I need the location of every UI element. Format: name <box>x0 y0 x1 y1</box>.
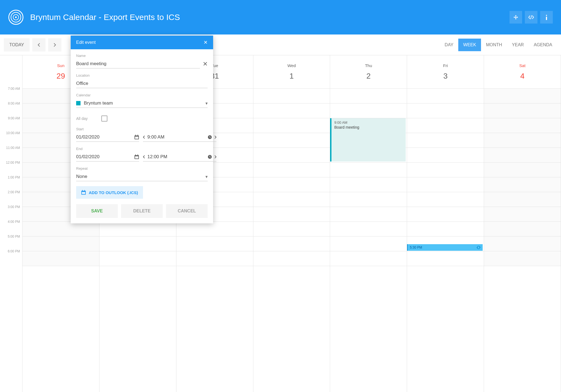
chevron-down-icon: ▾ <box>205 174 208 179</box>
time-label: 9:00 AM <box>0 116 22 131</box>
edit-event-popup: Edit event ✕ Name ✕ Location Calendar Br… <box>71 36 213 223</box>
page-title: Bryntum Calendar - Export Events to ICS <box>30 13 180 22</box>
time-next-button[interactable] <box>214 136 216 139</box>
day-number: 1 <box>290 72 294 80</box>
svg-rect-17 <box>82 192 85 194</box>
svg-rect-5 <box>546 17 547 20</box>
svg-rect-9 <box>138 135 138 136</box>
allday-label: All day <box>76 116 88 121</box>
repeat-select[interactable]: None ▾ <box>76 172 208 181</box>
event-name: Board meeting <box>334 125 403 129</box>
delete-button[interactable]: DELETE <box>121 204 163 218</box>
day-name: Sat <box>519 63 526 68</box>
view-week-button[interactable]: WEEK <box>458 39 481 51</box>
calendar-icon <box>81 190 86 195</box>
calendar-event[interactable]: 9:00 AMBoard meeting <box>330 118 406 162</box>
time-label: 3:00 PM <box>0 205 22 220</box>
chevron-down-icon: ▾ <box>205 101 208 106</box>
start-time-input[interactable] <box>147 134 205 140</box>
next-button[interactable] <box>48 38 61 51</box>
start-date-input[interactable] <box>76 134 134 140</box>
add-to-outlook-button[interactable]: ADD TO OUTLOOK (.ICS) <box>76 186 143 199</box>
chevron-right-icon <box>214 155 216 158</box>
time-label: 12:00 PM <box>0 161 22 175</box>
calendar-icon[interactable] <box>134 154 139 159</box>
view-day-button[interactable]: DAY <box>440 39 458 51</box>
calendar-event[interactable]: 5:30 PM <box>407 244 483 251</box>
event-time: 9:00 AM <box>334 120 403 125</box>
day-name: Sun <box>57 63 65 68</box>
day-column[interactable]: Fri35:30 PM <box>407 55 484 392</box>
svg-rect-13 <box>135 154 136 155</box>
day-number: 2 <box>367 72 371 80</box>
day-name: Wed <box>287 63 296 68</box>
name-input[interactable] <box>76 59 200 68</box>
time-label: 4:00 PM <box>0 220 22 235</box>
chevron-right-icon <box>214 136 216 139</box>
time-label: 8:00 AM <box>0 102 22 116</box>
location-label: Location <box>76 73 208 77</box>
time-label: 6:00 PM <box>0 249 22 264</box>
svg-rect-18 <box>82 190 83 191</box>
svg-rect-19 <box>84 190 85 191</box>
time-label: 5:00 PM <box>0 235 22 249</box>
code-icon <box>528 15 534 19</box>
end-time-input[interactable] <box>147 154 205 160</box>
recurrence-icon <box>477 246 480 249</box>
time-prev-button[interactable] <box>143 136 145 139</box>
svg-rect-14 <box>138 154 138 155</box>
app-header: Bryntum Calendar - Export Events to ICS <box>0 0 561 34</box>
day-number: 29 <box>56 72 65 80</box>
cancel-button[interactable]: CANCEL <box>166 204 208 218</box>
code-button[interactable] <box>525 11 537 24</box>
move-icon <box>513 15 519 20</box>
info-icon <box>545 15 548 20</box>
prev-button[interactable] <box>32 38 45 51</box>
close-button[interactable]: ✕ <box>204 39 208 45</box>
day-name: Thu <box>365 63 372 68</box>
day-number: 4 <box>520 72 525 80</box>
svg-rect-12 <box>135 156 138 158</box>
chevron-right-icon <box>53 43 56 47</box>
time-prev-button[interactable] <box>143 155 145 158</box>
fullscreen-button[interactable] <box>510 11 522 24</box>
repeat-value: None <box>76 174 205 179</box>
svg-rect-8 <box>135 135 136 136</box>
popup-title: Edit event <box>76 40 96 45</box>
end-label: End <box>76 147 208 151</box>
bryntum-logo-icon <box>8 10 24 25</box>
view-agenda-button[interactable]: AGENDA <box>529 39 557 51</box>
today-button[interactable]: TODAY <box>4 38 30 51</box>
start-label: Start <box>76 127 208 131</box>
event-time: 5:30 PM <box>410 246 422 249</box>
day-column[interactable]: Wed1 <box>253 55 330 392</box>
calendar-value: Bryntum team <box>84 100 205 106</box>
day-column[interactable]: Thu29:00 AMBoard meeting <box>330 55 407 392</box>
time-next-button[interactable] <box>214 155 216 158</box>
view-month-button[interactable]: MONTH <box>481 39 507 51</box>
svg-point-3 <box>15 16 17 18</box>
calendar-select[interactable]: Bryntum team ▾ <box>76 99 208 108</box>
save-button[interactable]: SAVE <box>76 204 118 218</box>
time-label: 10:00 AM <box>0 131 22 146</box>
time-label: 2:00 PM <box>0 190 22 205</box>
repeat-label: Repeat <box>76 166 208 171</box>
day-column[interactable]: Sat4 <box>484 55 561 392</box>
clear-name-button[interactable]: ✕ <box>200 60 208 68</box>
svg-point-4 <box>546 15 547 16</box>
chevron-left-icon <box>143 136 145 139</box>
time-label: 1:00 PM <box>0 175 22 190</box>
location-input[interactable] <box>76 79 208 88</box>
clock-icon[interactable] <box>208 135 212 139</box>
calendar-icon[interactable] <box>134 135 139 140</box>
day-number: 3 <box>443 72 448 80</box>
info-button[interactable] <box>540 11 553 24</box>
time-axis: 7:00 AM 8:00 AM 9:00 AM 10:00 AM 11:00 A… <box>0 55 22 392</box>
allday-checkbox[interactable] <box>101 116 107 122</box>
clock-icon[interactable] <box>208 155 212 159</box>
chevron-left-icon <box>143 155 145 158</box>
end-date-input[interactable] <box>76 154 134 160</box>
svg-rect-7 <box>135 137 138 139</box>
view-year-button[interactable]: YEAR <box>507 39 529 51</box>
chevron-left-icon <box>38 43 40 47</box>
